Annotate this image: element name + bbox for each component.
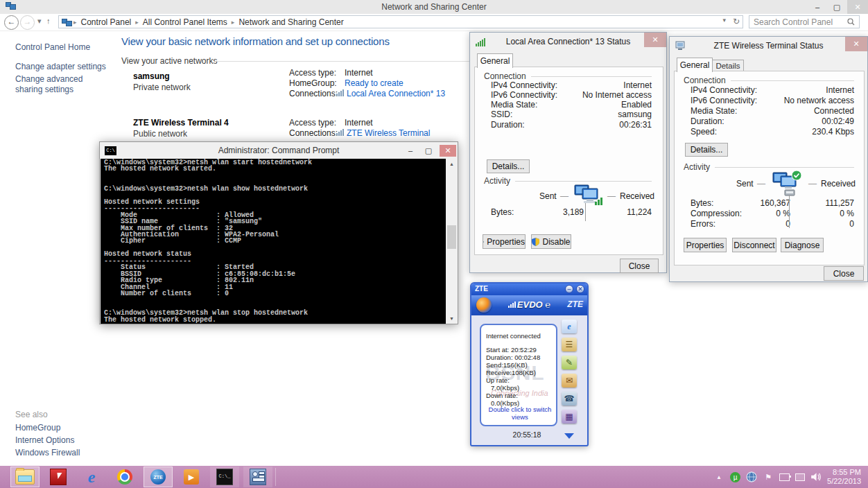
scrollbar[interactable]: ▲ ▼ xyxy=(446,159,458,324)
recent-pages-dropdown-icon[interactable]: ▾ xyxy=(37,17,42,26)
sms-icon[interactable]: ✎ xyxy=(562,356,577,369)
connection-group: Connection xyxy=(684,76,854,85)
search-input[interactable]: Search Control Panel xyxy=(749,15,860,28)
switch-views-hint[interactable]: Double click to switch views xyxy=(484,406,556,421)
sidebar-control-panel-home[interactable]: Control Panel Home xyxy=(15,42,90,52)
phonebook-icon[interactable]: ☰ xyxy=(562,338,577,351)
zte-dialer-window: ZTE – ✕ EVDO ℮ ZTE BSNL Connecting India… xyxy=(470,282,589,446)
network-activity-icon xyxy=(771,170,803,198)
stats-divider xyxy=(585,203,586,221)
sidebar-change-adapter-settings[interactable]: Change adapter settings xyxy=(15,62,106,71)
stats-divider xyxy=(789,195,790,228)
scroll-up-icon[interactable]: ▲ xyxy=(446,159,458,169)
volume-icon[interactable] xyxy=(810,471,822,482)
bytes-row: Bytes:160,367111,257 xyxy=(691,198,854,208)
taskbar-flash-tool[interactable] xyxy=(44,467,73,487)
minimize-button[interactable]: – xyxy=(808,0,826,14)
close-dialog-button[interactable]: Close xyxy=(620,259,659,273)
maximize-button[interactable]: ▢ xyxy=(420,145,437,157)
back-button[interactable]: ← xyxy=(4,15,19,30)
collapse-arrow-icon[interactable] xyxy=(564,433,574,439)
taskbar-chrome[interactable] xyxy=(110,467,139,487)
homegroup-label: HomeGroup: xyxy=(289,78,337,88)
properties-button[interactable]: Properties xyxy=(483,234,526,249)
browser-icon[interactable]: e xyxy=(562,320,577,333)
search-placeholder: Search Control Panel xyxy=(754,17,833,27)
utorrent-tray-icon[interactable]: µ xyxy=(730,472,740,482)
see-also-windows-firewall[interactable]: Windows Firewall xyxy=(15,448,80,458)
data-records-icon[interactable]: ▦ xyxy=(562,410,577,424)
action-center-flag-icon[interactable]: ⚑ xyxy=(763,471,774,482)
cmd-titlebar[interactable]: C:\ Administrator: Command Prompt – ▢ ✕ xyxy=(100,142,458,159)
zte-titlebar[interactable]: ZTE – ✕ xyxy=(471,284,587,295)
disconnect-button[interactable]: Disconnect xyxy=(732,238,776,252)
group-label: Activity xyxy=(684,162,710,172)
hidden-icons-chevron[interactable]: ▲ xyxy=(713,471,724,482)
minimize-button[interactable]: – xyxy=(402,145,419,157)
tab-general[interactable]: General xyxy=(677,58,713,72)
address-bar[interactable]: ▸ Control Panel ▸ All Control Panel Item… xyxy=(58,15,743,28)
details-button[interactable]: Details... xyxy=(685,143,728,157)
network-kind: Private network xyxy=(133,82,191,92)
power-icon[interactable] xyxy=(779,473,790,481)
details-button[interactable]: Details... xyxy=(487,159,530,173)
command-prompt-window: C:\ Administrator: Command Prompt – ▢ ✕ … xyxy=(99,141,458,324)
status-row: IPv6 Connectivity:No network access xyxy=(691,96,854,105)
chevron-right-icon: ▸ xyxy=(73,19,77,26)
play-icon: ▶ xyxy=(184,469,199,485)
taskbar-command-prompt[interactable]: C:\_ xyxy=(210,467,239,487)
close-icon[interactable]: ✕ xyxy=(644,33,666,47)
breadcrumb-all-items[interactable]: All Control Panel Items xyxy=(140,17,230,27)
scroll-down-icon[interactable]: ▼ xyxy=(446,313,458,324)
maximize-button[interactable]: ▢ xyxy=(828,0,846,14)
cmd-icon: C:\_ xyxy=(216,469,233,485)
refresh-icon[interactable]: ↻ xyxy=(733,17,740,26)
breadcrumb-network-sharing[interactable]: Network and Sharing Center xyxy=(236,17,346,27)
breadcrumb-control-panel[interactable]: Control Panel xyxy=(78,17,134,27)
clock-time: 8:55 PM xyxy=(827,468,861,477)
homegroup-link[interactable]: Ready to create xyxy=(345,78,403,88)
diagnose-button[interactable]: Diagnose xyxy=(781,238,824,252)
status-panel[interactable]: BSNL Connecting India Internet connected… xyxy=(480,324,557,426)
sent-label: Sent xyxy=(539,191,557,201)
received-label: Received xyxy=(620,191,654,201)
taskbar-clock[interactable]: 8:55 PM 5/22/2013 xyxy=(827,468,865,486)
close-button[interactable]: ✕ xyxy=(847,0,868,14)
minimize-button[interactable]: – xyxy=(565,285,573,293)
up-button[interactable]: ↑ xyxy=(46,17,51,25)
connection-link[interactable]: ZTE Wireless Terminal xyxy=(347,128,430,138)
close-dialog-button[interactable]: Close xyxy=(824,266,864,281)
close-icon[interactable]: ✕ xyxy=(845,37,867,51)
lac-status-dialog: Local Area Connection* 13 Status ✕ Gener… xyxy=(469,32,667,273)
uac-shield-icon xyxy=(483,238,484,246)
globe-tray-icon[interactable] xyxy=(746,471,757,482)
scroll-thumb[interactable] xyxy=(447,225,456,249)
taskbar-file-explorer[interactable] xyxy=(10,467,40,487)
close-button[interactable]: ✕ xyxy=(440,145,456,157)
taskbar-media-player[interactable]: ▶ xyxy=(177,467,206,487)
dash: — xyxy=(560,191,568,201)
group-label: Connection xyxy=(684,76,726,85)
close-button[interactable]: ✕ xyxy=(576,285,584,293)
tab-general[interactable]: General xyxy=(477,53,513,68)
activity-group: Activity xyxy=(484,176,652,186)
uac-shield-icon xyxy=(532,238,539,246)
address-dropdown-icon[interactable]: ▾ xyxy=(722,17,726,26)
dialog-titlebar: ZTE Wireless Terminal Status ✕ xyxy=(670,37,867,55)
disable-button[interactable]: Disable xyxy=(531,234,571,249)
call-log-icon[interactable]: ☎ xyxy=(562,392,577,406)
connection-link[interactable]: Local Area Connection* 13 xyxy=(347,89,445,98)
connections-label: Connections: xyxy=(289,128,338,138)
see-also-internet-options[interactable]: Internet Options xyxy=(15,435,74,445)
taskbar-control-panel[interactable] xyxy=(243,467,272,487)
see-also-homegroup[interactable]: HomeGroup xyxy=(15,423,60,433)
zte-globe-icon: ZTE xyxy=(150,469,166,485)
forward-button[interactable]: → xyxy=(20,15,35,30)
received-kb: Receive:108(KB) xyxy=(486,369,536,376)
network-status-icon[interactable] xyxy=(795,473,805,481)
mail-icon[interactable]: ✉ xyxy=(562,374,577,387)
taskbar-zte-dialer[interactable]: ZTE xyxy=(144,467,173,487)
sidebar-change-advanced-sharing[interactable]: Change advanced sharing settings xyxy=(15,74,112,95)
taskbar-internet-explorer[interactable]: e xyxy=(77,467,106,487)
properties-button[interactable]: Properties xyxy=(684,238,727,252)
